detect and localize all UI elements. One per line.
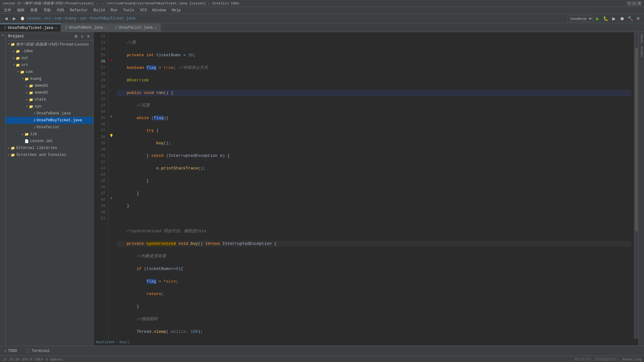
run-button[interactable]: ▶: [594, 15, 601, 22]
tree-lesson-iml[interactable]: 📄 Lesson.iml: [6, 138, 93, 145]
gutter-39: [108, 139, 114, 145]
tab-close-unsafelist[interactable]: ✕: [155, 26, 157, 30]
path-buyticket[interactable]: BuyTicket: [96, 340, 115, 344]
tree-demo01[interactable]: ▶ 📁 demo01: [6, 82, 93, 89]
tree-arrow-syn: ▼: [25, 105, 29, 108]
tab-close-unsafebuyticket[interactable]: ✕: [55, 26, 57, 30]
scrollbar-thumb[interactable]: [635, 47, 638, 232]
tab-close-unsafebank[interactable]: ✕: [105, 26, 107, 30]
right-scrollbar[interactable]: [634, 32, 638, 339]
project-sidebar: Project ⚙ ≡ ✕ ▼ 📁 教学\班级\高级课\代码\Thread\Le…: [6, 32, 94, 346]
tab-unsafelist[interactable]: J UnsafeList.java ✕: [111, 24, 161, 32]
stop-button[interactable]: ⏹: [618, 15, 626, 22]
line-35: }: [117, 203, 631, 209]
menu-file[interactable]: 文件: [1, 7, 14, 14]
tree-unsafebank[interactable]: J UnsafeBank.java: [6, 110, 93, 117]
tree-root[interactable]: ▼ 📁 教学\班级\高级课\代码\Thread\Lesson: [6, 41, 93, 48]
breakpoint-26[interactable]: ●: [110, 58, 112, 63]
toolbar-back[interactable]: ◀: [3, 15, 9, 22]
status-indent[interactable]: 4 spaces: [46, 358, 62, 361]
code-container[interactable]: 22 23 24 25 26 27 28 29 30 31 32 33 34 3…: [94, 32, 638, 339]
breadcrumb-src[interactable]: src: [44, 16, 51, 21]
todo-icon: ✓: [4, 348, 7, 353]
maximize-button[interactable]: □: [632, 1, 636, 6]
ln-47: 47: [96, 190, 105, 197]
right-icon-gradle[interactable]: Gradle: [639, 46, 644, 58]
line-26: public void run() {: [117, 90, 631, 96]
tab-unsafebuyticket[interactable]: J UnsafeBuyTicket.java ✕: [0, 24, 61, 32]
tab-unsafebank[interactable]: J UnsafeBank.java ✕: [61, 24, 111, 32]
code-content[interactable]: //票 private int ticketNums = 10; boolean…: [114, 32, 634, 339]
breadcrumb-lesson[interactable]: Lesson: [27, 16, 41, 21]
tree-out[interactable]: ▶ 📁 out: [6, 55, 93, 62]
gutter-43: [108, 164, 114, 170]
tree-kuang[interactable]: ▼ 📁 kuang: [6, 75, 93, 82]
tree-syn[interactable]: ▼ 📁 syn: [6, 103, 93, 110]
status-crlf[interactable]: CRLF: [35, 358, 43, 361]
run-with-coverage[interactable]: ▶: [610, 15, 618, 22]
menu-help[interactable]: Help: [169, 8, 183, 13]
gutter-51: [108, 214, 114, 221]
menu-run[interactable]: Run: [108, 8, 120, 13]
breadcrumb-com[interactable]: com: [54, 16, 61, 21]
lambda-35[interactable]: λ: [110, 115, 112, 118]
tree-com[interactable]: ▼ 📁 com: [6, 69, 93, 75]
left-icon-1[interactable]: ⚙: [1, 33, 4, 37]
menu-vcs[interactable]: VCS: [137, 8, 149, 13]
sidebar-layout[interactable]: ≡: [80, 34, 85, 39]
method-run: run: [156, 90, 164, 95]
right-icon-maven[interactable]: Maven: [639, 33, 644, 44]
menu-navigate[interactable]: 导航: [41, 7, 53, 14]
tree-label-state: state: [35, 97, 46, 102]
menu-edit[interactable]: 编辑: [14, 7, 27, 14]
breadcrumb-file[interactable]: UnsafeBuyTicket.java: [90, 16, 135, 21]
menu-code[interactable]: 代码: [54, 7, 67, 14]
menu-refactor[interactable]: Refactor: [67, 8, 91, 13]
settings-button[interactable]: ⚙: [635, 15, 641, 22]
breadcrumb-kuang[interactable]: kuang: [65, 16, 76, 21]
gutter-35: λ: [108, 114, 114, 120]
menu-build[interactable]: Build: [91, 8, 108, 13]
status-encoding[interactable]: UTF-8: [22, 358, 32, 361]
tree-scratches[interactable]: ▶ 📁 Scratches and Consoles: [6, 151, 93, 158]
status-event-log[interactable]: Event Log: [623, 358, 641, 361]
line-29: try {: [117, 128, 631, 134]
ln-26: 26: [96, 58, 105, 65]
todo-button[interactable]: ✓ TODO: [3, 348, 19, 354]
tree-external-libs[interactable]: ▶ 📁 External Libraries: [6, 145, 93, 151]
run-config-selector[interactable]: UnsafeList: [567, 15, 593, 22]
toolbar-recent[interactable]: ⌚: [19, 15, 26, 22]
folder-icon-com: 📁: [20, 70, 25, 74]
tree-label-extlibs: External Libraries: [16, 146, 57, 150]
kw-void-38: void: [178, 241, 188, 246]
menu-tools[interactable]: Tools: [120, 8, 137, 13]
minimize-button[interactable]: ─: [627, 1, 631, 6]
line-34: }: [117, 190, 631, 197]
tree-label-demo01: demo01: [35, 84, 48, 88]
tree-idea[interactable]: ▶ 📁 .idea: [6, 48, 93, 55]
terminal-button[interactable]: ⬛ Terminal: [24, 348, 52, 354]
tree-demo02[interactable]: ▶ 📁 demo02: [6, 89, 93, 96]
debug-button[interactable]: 🐛: [602, 15, 609, 22]
breadcrumb-sep1: ›: [41, 16, 43, 21]
menu-window[interactable]: Window: [150, 8, 169, 13]
path-buy[interactable]: buy(): [119, 340, 130, 344]
ln-30: 30: [96, 84, 105, 90]
tree-unsafelist[interactable]: J UnsafeList: [6, 124, 93, 131]
tree-state[interactable]: ▶ 📁 state: [6, 96, 93, 103]
breadcrumb-syn[interactable]: syn: [80, 16, 86, 21]
toolbar-forward[interactable]: ▶: [11, 15, 18, 22]
tree-unsafebuyticket[interactable]: J UnsafeBuyTicket.java: [6, 117, 93, 124]
menu-view[interactable]: 查看: [28, 7, 40, 14]
sidebar-close[interactable]: ✕: [86, 34, 91, 39]
line-33: }: [117, 178, 631, 184]
build-button[interactable]: 🔨: [626, 15, 634, 22]
tree-label-scratches: Scratches and Consoles: [16, 153, 66, 157]
lambda-48[interactable]: λ: [110, 197, 112, 200]
close-button[interactable]: ✕: [637, 1, 641, 6]
folder-icon-idea: 📁: [16, 49, 20, 53]
tree-lib[interactable]: ▶ 📁 lib: [6, 131, 93, 138]
tree-src[interactable]: ▼ 📁 src: [6, 62, 93, 69]
sidebar-gear[interactable]: ⚙: [73, 34, 78, 39]
tree-label-out: out: [21, 56, 28, 60]
